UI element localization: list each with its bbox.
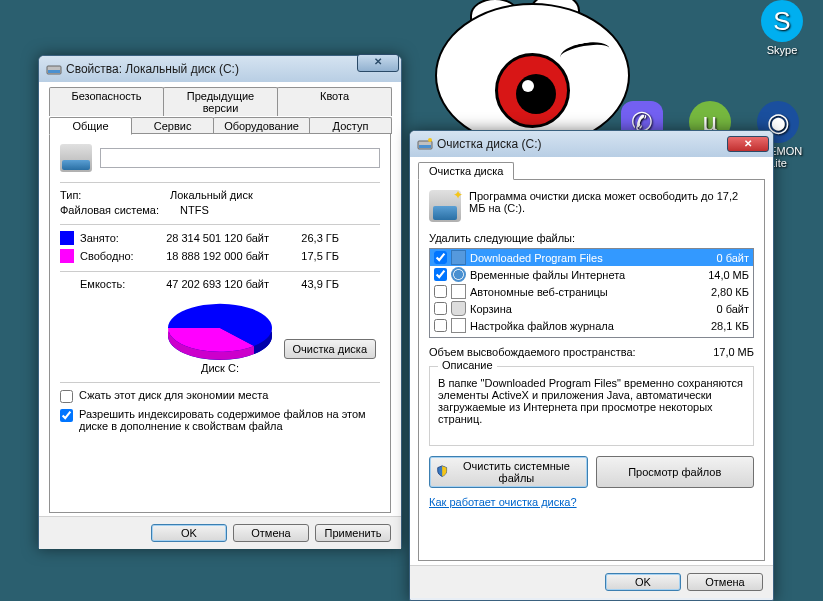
cap-gb: 43,9 ГБ bbox=[284, 278, 339, 290]
window-title: Очистка диска (C:) bbox=[437, 137, 725, 151]
tab-cleanup[interactable]: Очистка диска bbox=[418, 162, 514, 180]
file-list-row[interactable]: Автономные веб-страницы2,80 КБ bbox=[430, 283, 753, 300]
file-name: Корзина bbox=[470, 303, 694, 315]
disk-usage-pie bbox=[160, 298, 280, 360]
file-checkbox[interactable] bbox=[434, 268, 447, 281]
tab-general[interactable]: Общие bbox=[49, 117, 132, 135]
file-name: Настройка файлов журнала bbox=[470, 320, 694, 332]
apply-button[interactable]: Применить bbox=[315, 524, 391, 542]
tab-sharing[interactable]: Доступ bbox=[309, 117, 392, 134]
file-type-icon bbox=[451, 284, 466, 299]
disk-cleanup-button[interactable]: Очистка диска bbox=[284, 339, 376, 359]
desktop-icon-label: Skype bbox=[748, 44, 816, 56]
cap-bytes: 47 202 693 120 байт bbox=[154, 278, 284, 290]
type-value: Локальный диск bbox=[170, 189, 253, 201]
close-button[interactable]: ✕ bbox=[357, 54, 399, 72]
cancel-button[interactable]: Отмена bbox=[233, 524, 309, 542]
file-checkbox[interactable] bbox=[434, 302, 447, 315]
cleanup-icon bbox=[417, 136, 433, 152]
used-gb: 26,3 ГБ bbox=[284, 232, 339, 244]
file-name: Downloaded Program Files bbox=[470, 252, 694, 264]
cleanup-intro: Программа очистки диска может освободить… bbox=[469, 190, 754, 214]
svg-rect-1 bbox=[48, 70, 60, 73]
tab-hardware[interactable]: Оборудование bbox=[213, 117, 310, 134]
window-title: Свойства: Локальный диск (C:) bbox=[66, 62, 397, 76]
file-checkbox[interactable] bbox=[434, 251, 447, 264]
fs-label: Файловая система: bbox=[60, 204, 180, 216]
index-label: Разрешить индексировать содержимое файло… bbox=[79, 408, 380, 432]
drive-icon bbox=[60, 144, 92, 172]
file-size: 28,1 КБ bbox=[694, 320, 749, 332]
used-swatch bbox=[60, 231, 74, 245]
cap-label: Емкость: bbox=[80, 278, 154, 290]
drive-name-input[interactable] bbox=[100, 148, 380, 168]
delete-files-label: Удалить следующие файлы: bbox=[429, 232, 754, 244]
tab-tools[interactable]: Сервис bbox=[131, 117, 214, 134]
file-list-row[interactable]: Настройка файлов журнала28,1 КБ bbox=[430, 317, 753, 334]
cancel-button[interactable]: Отмена bbox=[687, 573, 763, 591]
tab-panel-general: Тип:Локальный диск Файловая система:NTFS… bbox=[49, 133, 391, 513]
file-type-icon bbox=[451, 267, 466, 282]
file-checkbox[interactable] bbox=[434, 285, 447, 298]
wallpaper-graphic bbox=[435, 28, 630, 143]
file-list-row[interactable]: Корзина0 байт bbox=[430, 300, 753, 317]
description-group: Описание В папке "Downloaded Program Fil… bbox=[429, 366, 754, 446]
skype-icon: S bbox=[761, 0, 803, 42]
clean-system-files-button[interactable]: Очистить системные файлы bbox=[429, 456, 588, 488]
desktop-icon-skype[interactable]: S Skype bbox=[748, 0, 816, 56]
titlebar[interactable]: Свойства: Локальный диск (C:) ✕ bbox=[39, 56, 401, 82]
file-type-icon bbox=[451, 318, 466, 333]
compress-checkbox[interactable] bbox=[60, 390, 73, 403]
file-name: Автономные веб-страницы bbox=[470, 286, 694, 298]
compress-label: Сжать этот диск для экономии места bbox=[79, 389, 380, 401]
titlebar[interactable]: Очистка диска (C:) ✕ bbox=[410, 131, 773, 157]
file-list-row[interactable]: Downloaded Program Files0 байт bbox=[430, 249, 753, 266]
fs-value: NTFS bbox=[180, 204, 209, 216]
properties-window: Свойства: Локальный диск (C:) ✕ Безопасн… bbox=[38, 55, 402, 549]
svg-rect-4 bbox=[419, 145, 431, 148]
file-type-icon bbox=[451, 250, 466, 265]
file-size: 14,0 МБ bbox=[694, 269, 749, 281]
tab-previous[interactable]: Предыдущие версии bbox=[163, 87, 278, 116]
file-list[interactable]: Downloaded Program Files0 байтВременные … bbox=[429, 248, 754, 338]
file-checkbox[interactable] bbox=[434, 319, 447, 332]
file-list-row[interactable]: Временные файлы Интернета14,0 МБ bbox=[430, 266, 753, 283]
total-space-value: 17,0 МБ bbox=[713, 346, 754, 358]
type-label: Тип: bbox=[60, 189, 170, 201]
free-label: Свободно: bbox=[80, 250, 154, 262]
description-text: В папке "Downloaded Program Files" време… bbox=[438, 377, 745, 437]
file-type-icon bbox=[451, 301, 466, 316]
close-button[interactable]: ✕ bbox=[727, 136, 769, 152]
total-space-label: Объем высвобождаемого пространства: bbox=[429, 346, 636, 358]
free-bytes: 18 888 192 000 байт bbox=[154, 250, 284, 262]
tab-security[interactable]: Безопасность bbox=[49, 87, 164, 116]
shield-icon bbox=[436, 465, 448, 479]
ok-button[interactable]: OK bbox=[605, 573, 681, 591]
used-bytes: 28 314 501 120 байт bbox=[154, 232, 284, 244]
file-size: 0 байт bbox=[694, 252, 749, 264]
cleanup-panel: Программа очистки диска может освободить… bbox=[418, 179, 765, 561]
disk-cleanup-window: Очистка диска (C:) ✕ Очистка диска Прогр… bbox=[409, 130, 774, 601]
used-label: Занято: bbox=[80, 232, 154, 244]
desc-legend: Описание bbox=[438, 359, 497, 371]
tab-quota[interactable]: Квота bbox=[277, 87, 392, 116]
ok-button[interactable]: OK bbox=[151, 524, 227, 542]
index-checkbox[interactable] bbox=[60, 409, 73, 422]
view-files-button[interactable]: Просмотр файлов bbox=[596, 456, 755, 488]
free-gb: 17,5 ГБ bbox=[284, 250, 339, 262]
how-it-works-link[interactable]: Как работает очистка диска? bbox=[429, 496, 577, 508]
file-name: Временные файлы Интернета bbox=[470, 269, 694, 281]
drive-icon bbox=[46, 61, 62, 77]
cleanup-icon bbox=[429, 190, 461, 222]
free-swatch bbox=[60, 249, 74, 263]
file-size: 2,80 КБ bbox=[694, 286, 749, 298]
svg-point-5 bbox=[428, 138, 432, 142]
file-size: 0 байт bbox=[694, 303, 749, 315]
